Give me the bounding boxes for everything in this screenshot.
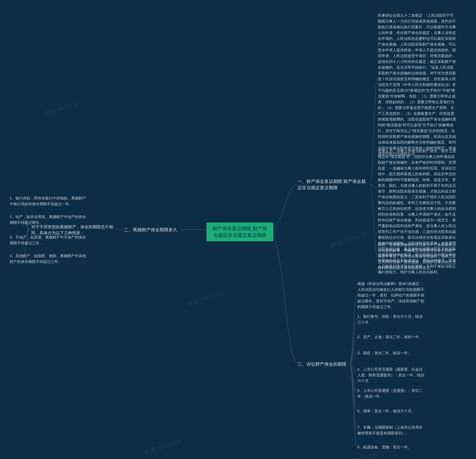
branch-3-label[interactable]: 三、诉讼财产保全的期限 bbox=[298, 361, 353, 367]
branch-1-label[interactable]: 一、财产保全复议期限:财产保全裁 定应当规定复议期限 bbox=[298, 178, 372, 191]
watermark: 树图 shutu.cn bbox=[143, 437, 182, 457]
branch-3-leaf-2[interactable]: 1、银行账号、存款：首次六个月，续冻三个月。 bbox=[357, 314, 426, 325]
branch-1-leaf-1[interactable]: 民事诉讼法第九十二条规定："人民法院对于可能因当事人一方的行为或者其他原因，使判… bbox=[378, 13, 456, 157]
watermark: 树图 shutu.cn bbox=[330, 230, 369, 250]
branch-3-leaf-9[interactable]: 8、机器设备、货物：首次一年。 bbox=[357, 444, 426, 450]
branch-3-leaf-1[interactable]: 根据《民诉法司法解释》第487条规定：人民法院冻结被执行人的银行存款期限不得超过… bbox=[357, 281, 426, 310]
branch-2-leaf-1[interactable]: 1、银行存款，即存在银行中的钱款。离婚财产中银行存款的保全期限不得超过一年。 bbox=[10, 195, 88, 207]
branch-3-leaf-5[interactable]: 4、上市公司非流通股（国家股、社会法人股、限售流通股等）：首次一年，续冻六个月。 bbox=[357, 366, 426, 384]
watermark: 树图 shutu.cn bbox=[42, 98, 81, 118]
branch-3-leaf-8[interactable]: 7、车辆：无期限限制（上海市公安局车辆管理所不接受有期限查封）。 bbox=[357, 424, 426, 436]
root-title-line1: 财产保全复议期限:财产保 bbox=[208, 225, 272, 232]
branch-2-leaf-3[interactable]: 3、不动产，如房屋。离婚财产中不动产的保全期限不得超过三年。 bbox=[10, 234, 88, 246]
branch-2-sublabel[interactable]: 对于不同类型的离婚财产，保全的期限也不相 同，具体分为以下几种情形： bbox=[31, 224, 117, 236]
branch-1-leaf-3[interactable]: 因此，笔者建议修改民诉法第九十二条或最高法出台新的解释，明确规定法院受理当事人的… bbox=[378, 242, 456, 271]
branch-2-leaf-4[interactable]: 4、其他财产，如股权、债权。离婚财产中其他财产的保全期限不得超过三年。 bbox=[10, 253, 88, 265]
branch-3-leaf-6[interactable]: 5、上市公司普通股（流通股）：首次二年，续冻一年。 bbox=[357, 388, 426, 399]
branch-3-leaf-4[interactable]: 3、股权：首次二年，续冻一年。 bbox=[357, 350, 426, 356]
root-title-line2: 全裁定应当规定复议期限 bbox=[208, 232, 272, 239]
mindmap-root[interactable]: 财产保全复议期限:财产保 全裁定应当规定复议期限 bbox=[206, 223, 273, 241]
branch-3-leaf-3[interactable]: 2、房产、土地：首次二年，续封一年。 bbox=[357, 334, 426, 340]
branch-1-label-line2: 定应当规定复议期限 bbox=[298, 185, 372, 191]
branch-3-leaf-7[interactable]: 6、债券：首次一年，续冻六个月。 bbox=[357, 408, 426, 414]
branch-1-label-line1: 一、财产保全复议期限:财产保全裁 bbox=[298, 178, 372, 185]
watermark: 树图 shutu.cn bbox=[186, 288, 225, 308]
branch-2-leaf-2[interactable]: 2、动产，如农业用具。离婚财产中动产的保全期限不得超过两年。 bbox=[10, 214, 88, 225]
branch-2-label[interactable]: 二、离婚财产保全期限多久 bbox=[124, 227, 181, 233]
